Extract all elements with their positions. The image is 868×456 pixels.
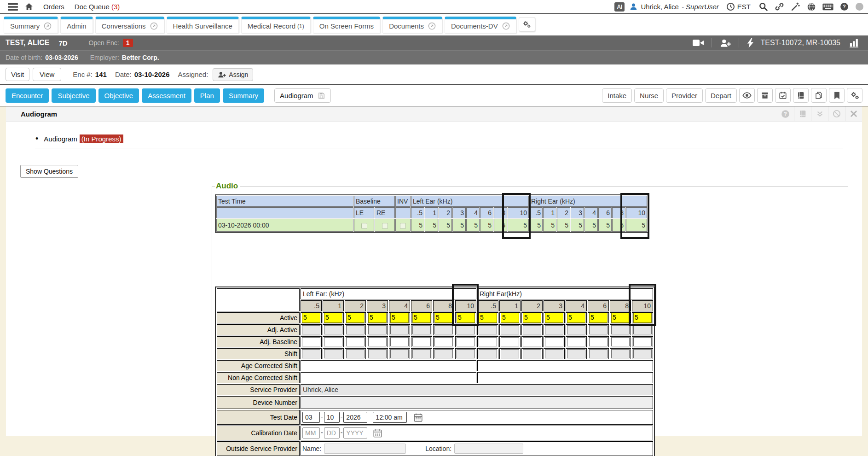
tab-health-surveillance[interactable]: Health Surveillance [167,17,239,33]
active-input[interactable]: 5 [368,313,387,323]
adj-active-input[interactable] [346,325,365,334]
active-input[interactable]: 5 [567,313,585,323]
active-input[interactable]: 5 [346,313,365,323]
calibration-month-input[interactable]: MM [302,427,320,438]
active-input[interactable]: 5 [324,313,342,323]
tab-on-screen-forms[interactable]: On Screen Forms [313,17,380,33]
stage-depart-button[interactable]: Depart [705,88,737,103]
shift-input[interactable] [457,349,475,358]
re-checkbox[interactable] [382,223,388,229]
adj-active-input[interactable] [434,325,453,334]
calibration-date-calendar-icon[interactable] [373,429,382,436]
active-input[interactable]: 5 [434,313,453,323]
shift-input[interactable] [479,349,497,358]
adj-active-input[interactable] [611,325,630,334]
adj-baseline-input[interactable] [633,337,652,346]
panel-book-icon[interactable] [794,106,811,121]
wand-icon[interactable] [791,2,800,12]
active-input[interactable]: 5 [479,313,497,323]
user-name[interactable]: Uhrick, Alice [641,3,679,11]
nav-subjective-button[interactable]: Subjective [52,88,95,103]
popout-icon[interactable] [150,22,158,30]
tab-summary[interactable]: Summary [4,17,58,33]
tab-documents[interactable]: Documents [382,17,442,33]
tab-documents-dv[interactable]: Documents-DV [445,17,516,33]
adj-baseline-input[interactable] [523,337,541,346]
nav-assessment-button[interactable]: Assessment [142,88,191,103]
active-input[interactable]: 5 [390,313,409,323]
adj-baseline-input[interactable] [434,337,453,346]
active-input[interactable]: 5 [302,313,320,323]
globe-icon[interactable] [807,2,816,12]
adj-baseline-input[interactable] [589,337,608,346]
help-icon[interactable]: ? [840,2,849,11]
outside-location-input[interactable] [454,444,523,454]
calibration-year-input[interactable]: YYYY [343,427,367,438]
nav-summary-button[interactable]: Summary [223,88,264,103]
view-button[interactable]: View [33,68,61,81]
shift-input[interactable] [611,349,630,358]
tab-settings-gear-button[interactable] [519,17,535,32]
adj-baseline-input[interactable] [390,337,409,346]
adj-baseline-input[interactable] [324,337,342,346]
shift-input[interactable] [390,349,409,358]
adj-baseline-input[interactable] [346,337,365,346]
active-input[interactable]: 5 [412,313,431,323]
panel-help-icon[interactable]: ? [777,106,794,121]
calibration-day-input[interactable]: DD [324,427,340,438]
link-icon[interactable] [775,2,784,12]
active-input[interactable]: 5 [633,313,652,323]
active-input[interactable]: 5 [457,313,475,323]
book-button[interactable] [793,88,809,103]
shift-input[interactable] [567,349,585,358]
nav-plan-button[interactable]: Plan [194,88,220,103]
adj-baseline-input[interactable] [479,337,497,346]
stage-nurse-button[interactable]: Nurse [634,88,664,103]
calendar-check-button[interactable] [775,88,791,103]
tab-conversations[interactable]: Conversations [95,17,164,33]
bar-chart-icon[interactable] [849,38,859,47]
active-input[interactable]: 5 [545,313,563,323]
adj-active-input[interactable] [479,325,497,334]
adj-active-input[interactable] [501,325,519,334]
lightning-icon[interactable] [747,38,754,48]
archive-button[interactable] [757,88,773,103]
copy-pages-button[interactable] [811,88,827,103]
adj-baseline-input[interactable] [457,337,475,346]
save-icon[interactable] [318,92,325,99]
menu-doc-queue[interactable]: Doc Queue (3) [75,3,120,11]
adj-active-input[interactable] [633,325,652,334]
visit-button[interactable]: Visit [6,68,29,81]
panel-collapse-icon[interactable] [811,106,828,121]
adj-active-input[interactable] [567,325,585,334]
active-input[interactable]: 5 [589,313,608,323]
active-input[interactable]: 5 [523,313,541,323]
tab-audiogram[interactable]: Audiogram [274,88,331,103]
active-input[interactable]: 5 [611,313,630,323]
show-questions-button[interactable]: Show Questions [20,165,78,178]
tab-admin[interactable]: Admin [60,17,93,33]
adj-baseline-input[interactable] [368,337,387,346]
shift-input[interactable] [368,349,387,358]
keyboard-icon[interactable] [822,3,833,11]
add-person-icon[interactable] [720,39,731,47]
shift-input[interactable] [302,349,320,358]
adj-active-input[interactable] [390,325,409,334]
settings-gears-button[interactable] [847,88,862,103]
outside-name-input[interactable] [324,444,406,454]
home-icon[interactable] [24,2,34,11]
test-date-day-input[interactable]: 10 [324,412,340,423]
preview-eye-button[interactable] [739,88,755,103]
popout-icon[interactable] [502,22,510,30]
assign-button[interactable]: Assign [213,68,253,81]
adj-active-input[interactable] [368,325,387,334]
audiogram-list-item[interactable]: Audiogram (In Progress) [35,134,862,144]
le-checkbox[interactable] [361,223,367,229]
nav-encounter-button[interactable]: Encounter [6,88,49,103]
adj-active-input[interactable] [589,325,608,334]
shift-input[interactable] [324,349,342,358]
adj-active-input[interactable] [412,325,431,334]
menu-orders[interactable]: Orders [43,3,64,11]
open-enc-badge[interactable]: 1 [123,39,133,47]
shift-input[interactable] [589,349,608,358]
